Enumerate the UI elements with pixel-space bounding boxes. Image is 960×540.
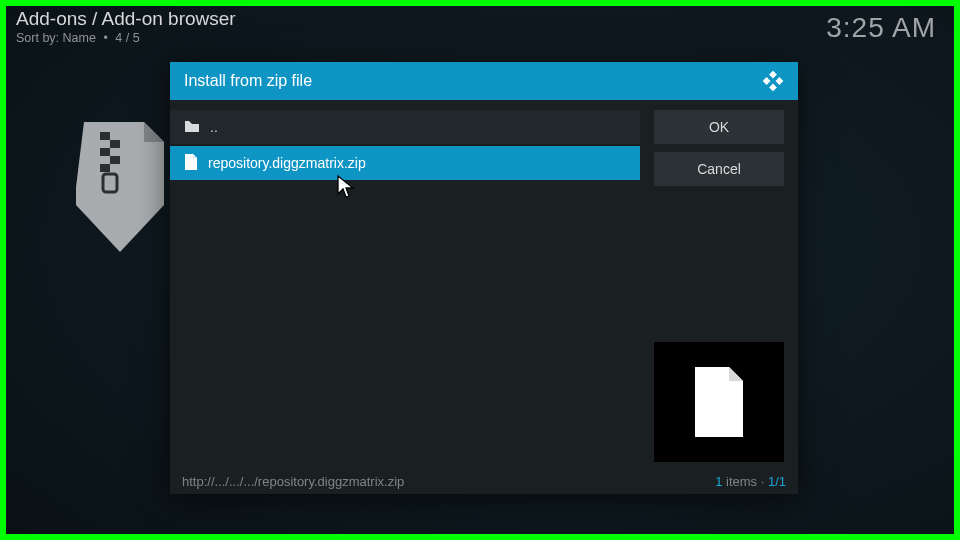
sort-line: Sort by: Name • 4 / 5 bbox=[16, 31, 236, 45]
cancel-button[interactable]: Cancel bbox=[654, 152, 784, 186]
item-count-label: items · bbox=[722, 474, 768, 489]
dialog-title: Install from zip file bbox=[184, 72, 312, 90]
item-position: 1/1 bbox=[768, 474, 786, 489]
sort-prefix: Sort by: bbox=[16, 31, 59, 45]
install-zip-dialog: Install from zip file bbox=[170, 62, 798, 494]
file-item-label: repository.diggzmatrix.zip bbox=[208, 155, 366, 171]
clock: 3:25 AM bbox=[826, 12, 936, 44]
zip-background-icon bbox=[76, 122, 171, 252]
breadcrumb: Add-ons / Add-on browser bbox=[16, 8, 236, 30]
page-indicator: 4 / 5 bbox=[115, 31, 139, 45]
svg-rect-8 bbox=[776, 77, 784, 85]
kodi-logo-icon bbox=[762, 70, 784, 92]
svg-rect-3 bbox=[110, 156, 120, 164]
file-item-label: .. bbox=[210, 119, 218, 135]
svg-rect-2 bbox=[100, 148, 110, 156]
footer-path: http://.../.../.../repository.diggzmatri… bbox=[182, 474, 404, 489]
folder-up-icon bbox=[184, 119, 200, 136]
sort-value: Name bbox=[63, 31, 96, 45]
svg-rect-7 bbox=[763, 77, 771, 85]
svg-rect-1 bbox=[110, 140, 120, 148]
separator-dot: • bbox=[103, 31, 107, 45]
file-preview bbox=[654, 342, 784, 462]
ok-button[interactable]: OK bbox=[654, 110, 784, 144]
file-icon bbox=[184, 154, 198, 173]
file-item-parent[interactable]: .. bbox=[170, 110, 640, 144]
svg-rect-9 bbox=[769, 84, 777, 92]
dialog-footer: http://.../.../.../repository.diggzmatri… bbox=[170, 468, 798, 494]
svg-rect-4 bbox=[100, 164, 110, 172]
file-item-zip[interactable]: repository.diggzmatrix.zip bbox=[170, 146, 640, 180]
svg-rect-0 bbox=[100, 132, 110, 140]
dialog-header: Install from zip file bbox=[170, 62, 798, 100]
footer-count: 1 items · 1/1 bbox=[715, 474, 786, 489]
file-list: .. repository.diggzmatrix.zip bbox=[170, 100, 640, 468]
svg-rect-6 bbox=[769, 71, 777, 79]
